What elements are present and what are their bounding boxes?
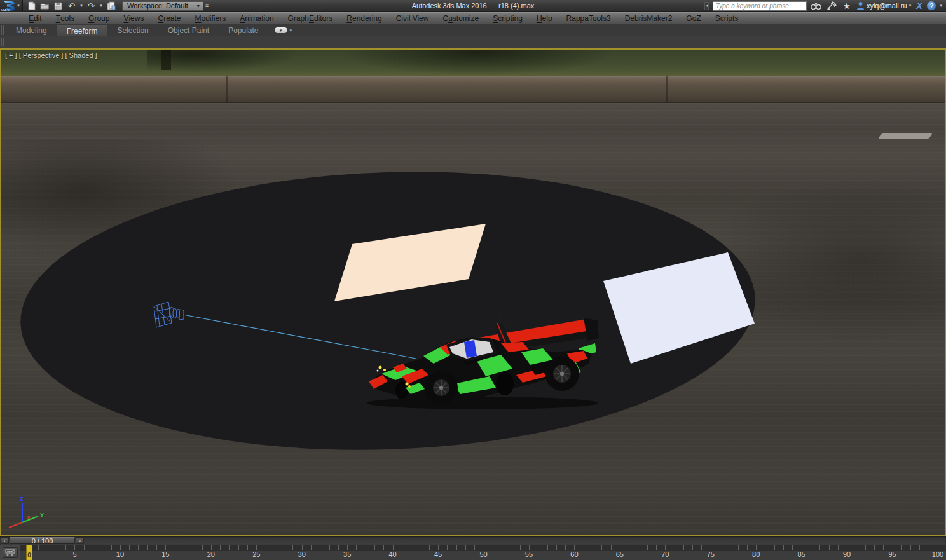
tab-selection[interactable]: Selection — [107, 25, 158, 36]
ruler-tick — [893, 545, 893, 550]
previous-frame-button[interactable]: ‹ — [1, 537, 9, 544]
tab-object-paint[interactable]: Object Paint — [158, 25, 219, 36]
menu-animation[interactable]: Animation — [233, 13, 280, 24]
tab-populate[interactable]: Populate — [219, 25, 268, 36]
ruler-label: 55 — [525, 550, 533, 558]
ruler-tick — [529, 545, 530, 550]
help-caret-icon[interactable]: ▾ — [940, 3, 942, 8]
undo-button[interactable]: ↶ — [65, 1, 78, 11]
next-frame-button[interactable]: › — [76, 537, 84, 544]
axis-y-label: Y — [40, 512, 44, 518]
menu-goz[interactable]: GoZ — [679, 13, 708, 24]
ruler-tick — [138, 545, 139, 550]
ruler-tick — [511, 545, 511, 550]
tab-freeform[interactable]: Freeform — [57, 25, 108, 36]
ribbon-grip-handle[interactable] — [1, 25, 4, 35]
menu-customize[interactable]: Customize — [435, 13, 486, 24]
ruler-tick — [620, 545, 620, 550]
ruler-tick — [611, 545, 612, 550]
ruler-tick — [102, 545, 102, 550]
menu-create[interactable]: Create — [151, 13, 188, 24]
ruler-tick — [574, 545, 575, 550]
ruler-tick — [802, 545, 802, 550]
menu-scripting[interactable]: Scripting — [486, 13, 530, 24]
autodesk-exchange-button[interactable]: X — [915, 1, 923, 11]
app-logo-button[interactable]: MAX ▾ — [0, 0, 23, 12]
perspective-viewport[interactable]: Z Y X [ + ] [ Perspective ] [ Shaded ] — [0, 48, 946, 536]
undo-history-caret[interactable]: ▾ — [79, 3, 84, 8]
ruler-label: 100 — [932, 550, 943, 558]
ribbon-body-grip-handle[interactable] — [1, 38, 4, 46]
menu-help[interactable]: Help — [530, 13, 559, 24]
ruler-tick — [38, 545, 39, 550]
ruler-tick — [565, 545, 566, 550]
ruler-tick — [184, 545, 184, 550]
redo-history-caret[interactable]: ▾ — [99, 3, 104, 8]
ruler-tick — [556, 545, 557, 550]
menu-rappatools3[interactable]: RappaTools3 — [559, 13, 618, 24]
ruler-label: 80 — [752, 550, 760, 558]
ruler-label: 90 — [843, 550, 851, 558]
time-slider-track[interactable] — [0, 536, 946, 545]
ruler-label: 30 — [298, 550, 306, 558]
toolbar-overflow-button[interactable]: ≡ — [205, 3, 208, 9]
save-file-button[interactable] — [52, 1, 64, 11]
ruler-tick — [447, 545, 448, 550]
ruler-tick — [811, 545, 811, 550]
search-expander-button[interactable]: ◂ — [704, 2, 709, 10]
new-scene-button[interactable] — [25, 1, 38, 11]
ruler-tick — [829, 545, 830, 550]
help-button[interactable]: ? — [927, 1, 936, 10]
favorites-button[interactable]: ★ — [841, 1, 853, 11]
trackbar-ruler[interactable]: 0 05101520253035404550556065707580859095… — [20, 545, 946, 560]
timeline-frame-marker[interactable]: 0 — [26, 545, 32, 560]
ruler-tick — [901, 545, 902, 550]
menu-graph-editors[interactable]: Graph Editors — [281, 13, 340, 24]
satellite-dish-icon — [826, 1, 837, 10]
menu-civil-view[interactable]: Civil View — [389, 13, 436, 24]
ruler-tick — [547, 545, 548, 550]
ruler-label: 50 — [479, 550, 487, 558]
save-floppy-icon — [54, 2, 62, 10]
menu-group[interactable]: Group — [81, 13, 116, 24]
viewport-label[interactable]: [ + ] [ Perspective ] [ Shaded ] — [5, 51, 97, 59]
account-menu[interactable]: xylq@mail.ru ▾ — [856, 1, 911, 10]
ruler-label: 15 — [161, 550, 169, 558]
ruler-tick — [147, 545, 148, 550]
menu-modifiers[interactable]: Modifiers — [188, 13, 233, 24]
ruler-tick — [120, 545, 121, 550]
ruler-label: 45 — [434, 550, 442, 558]
menu-scripts[interactable]: Scripts — [708, 13, 746, 24]
menu-rendering[interactable]: Rendering — [339, 13, 388, 24]
project-folder-button[interactable] — [105, 1, 117, 11]
time-slider-handle[interactable]: 0 / 100 — [10, 537, 75, 544]
logo-max-label: MAX — [1, 8, 10, 12]
ruler-tick — [338, 545, 339, 550]
ruler-tick — [420, 545, 420, 550]
ruler-tick — [202, 545, 203, 550]
tab-modeling[interactable]: Modeling — [6, 25, 57, 36]
track-bar: 0 05101520253035404550556065707580859095… — [0, 545, 946, 560]
menu-tools[interactable]: Tools — [49, 13, 81, 24]
ruler-label: 20 — [207, 550, 215, 558]
communication-center-button[interactable] — [826, 1, 837, 11]
ribbon-minimize-control[interactable]: ▼ ▾ — [275, 24, 292, 36]
menu-views[interactable]: Views — [116, 13, 151, 24]
scene-3d: Z Y X — [1, 50, 945, 535]
ruler-tick — [502, 545, 502, 550]
ruler-tick — [792, 545, 793, 550]
ruler-tick — [738, 545, 739, 550]
search-input[interactable] — [713, 1, 807, 11]
redo-button[interactable]: ↷ — [85, 1, 97, 11]
search-help-button[interactable] — [811, 1, 822, 11]
ruler-tick — [456, 545, 457, 550]
ruler-tick — [692, 545, 693, 550]
mini-curve-editor-button[interactable] — [3, 547, 18, 558]
open-file-button[interactable] — [39, 1, 51, 11]
ruler-tick — [229, 545, 230, 550]
workspace-dropdown[interactable]: Workspace: Default ▾ — [122, 1, 203, 11]
menu-debrismaker2[interactable]: DebrisMaker2 — [618, 13, 680, 24]
ribbon-minimize-pill-icon: ▼ — [275, 27, 287, 33]
menu-edit[interactable]: Edit — [22, 13, 49, 24]
ruler-tick — [311, 545, 312, 550]
